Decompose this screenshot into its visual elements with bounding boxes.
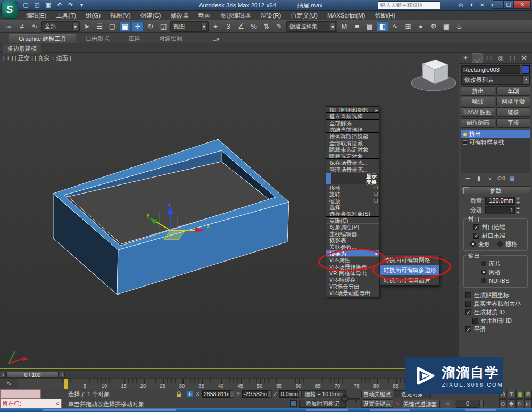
new-file-icon[interactable]: ▢	[21, 1, 30, 9]
quad-menu-item[interactable]: 冻结当前选择	[326, 127, 379, 133]
modifier-button[interactable]: 镜像	[496, 107, 531, 117]
modifier-button[interactable]: UVW 贴图	[461, 107, 495, 117]
menu-item[interactable]: 创建(C)	[135, 11, 165, 20]
close-button[interactable]: ✕	[514, 0, 531, 9]
create-tab-icon[interactable]: ✶	[460, 53, 471, 63]
quad-menu-item[interactable]: 摄影表...	[326, 237, 379, 243]
menu-item[interactable]: MAXScript(M)	[322, 11, 370, 20]
snap-toggle-icon[interactable]: 3	[222, 21, 234, 32]
show-end-result-icon[interactable]: ▮	[475, 175, 483, 182]
menu-item[interactable]: 帮助(H)	[370, 11, 400, 20]
taskbar-item[interactable]	[43, 409, 176, 411]
output-radio[interactable]: 网格	[465, 268, 526, 276]
modify-tab-icon[interactable]: ◡	[472, 53, 483, 63]
option-checkbox-row[interactable]: 平滑	[463, 325, 528, 333]
object-name-field[interactable]: Rectangle003	[461, 65, 520, 74]
ribbon-tab[interactable]: 对象绘制	[149, 34, 192, 43]
quad-menu-item[interactable]: VR场景动画导出	[326, 290, 379, 296]
viewport-label[interactable]: [ + ] [ 正交 ] [ 真实 + 边面 ]	[3, 54, 71, 62]
set-key-button[interactable]: 设置关键点	[361, 399, 393, 408]
radio-button[interactable]	[481, 278, 486, 283]
y-spinner[interactable]	[268, 390, 272, 398]
mini-curve-editor-button[interactable]: ∿	[0, 379, 18, 389]
angle-snap-icon[interactable]: ∠	[235, 21, 247, 32]
named-sets-dropdown[interactable]: 创建选择集	[286, 21, 337, 32]
viewport[interactable]: [ + ] [ 正交 ] [ 真实 + 边面 ] x y z	[0, 53, 459, 371]
z-coordinate-field[interactable]: 0.0mm	[279, 390, 298, 398]
auto-key-button[interactable]: 自动关键点	[361, 390, 393, 398]
quick-access-more-icon[interactable]: ▾	[77, 1, 86, 9]
taskbar-item[interactable]	[370, 409, 410, 411]
ribbon-tab[interactable]: Graphite 建模工具	[9, 34, 76, 43]
set-key-icon[interactable]	[340, 392, 361, 406]
checkbox[interactable]	[473, 224, 479, 230]
material-editor-icon[interactable]: ●	[415, 21, 427, 32]
save-file-icon[interactable]: ▣	[44, 1, 53, 9]
mirror-icon[interactable]: M	[338, 21, 350, 32]
modifier-list-dropdown[interactable]: 修改器列表 ▼	[461, 75, 530, 85]
modifier-button[interactable]: 车削	[496, 86, 531, 96]
x-coordinate-field[interactable]: 2658.811mm	[202, 390, 230, 398]
edit-named-sets-icon[interactable]: ✎	[273, 21, 285, 32]
quad-menu-item[interactable]: 全部解冻	[326, 120, 379, 127]
curve-editor-icon[interactable]: ∿	[389, 21, 401, 32]
bind-to-space-warp-icon[interactable]: ∿	[29, 21, 40, 32]
taskbar-item[interactable]	[306, 409, 348, 411]
configure-modifier-sets-icon[interactable]: ▦	[508, 175, 517, 182]
checkbox[interactable]	[466, 301, 471, 307]
quad-menu-item[interactable]: VR-帧缓存	[326, 276, 379, 283]
reference-coordinate-dropdown[interactable]: 视图	[170, 21, 209, 32]
key-filters-button[interactable]: 关键点过滤器...	[403, 400, 440, 408]
redo-icon[interactable]: ↷	[66, 1, 75, 9]
segments-spinner[interactable]	[516, 206, 520, 214]
segments-field[interactable]: 1	[485, 206, 515, 214]
select-scale-icon[interactable]: ◱	[157, 21, 169, 32]
modifier-button[interactable]: 噪波	[461, 97, 495, 106]
quad-menu-item[interactable]: 克隆(C)	[326, 217, 379, 224]
menu-item[interactable]: 修改器	[165, 11, 194, 20]
menu-item[interactable]: 渲染(R)	[255, 11, 286, 20]
modifier-stack-item[interactable]: 可编辑样条线	[461, 138, 530, 146]
motion-tab-icon[interactable]: ◎	[495, 53, 506, 63]
ribbon-tab[interactable]: 选择	[119, 34, 149, 43]
select-move-icon[interactable]: ✛	[132, 21, 144, 32]
render-icon[interactable]: ♨	[453, 21, 465, 32]
option-checkbox-row[interactable]: 使用图形 ID	[463, 316, 528, 325]
checkbox[interactable]	[466, 292, 471, 298]
dropdown-arrow-icon[interactable]	[72, 23, 78, 30]
radio-button[interactable]	[497, 241, 503, 247]
modifier-button[interactable]: 挤出	[461, 86, 495, 96]
layer-manager-icon[interactable]: ▤	[364, 21, 376, 32]
select-and-link-icon[interactable]: ∞	[3, 21, 15, 32]
object-color-swatch[interactable]	[522, 65, 530, 74]
select-by-name-icon[interactable]: ☰	[94, 21, 105, 32]
quad-menu-item[interactable]: 旋转	[326, 191, 379, 197]
maxscript-macro-recorder[interactable]	[0, 389, 41, 399]
option-checkbox-row[interactable]: 生成材质 ID	[463, 308, 528, 316]
quad-menu-item[interactable]: 隐藏未选定对象	[326, 146, 379, 153]
previous-frame-button[interactable]: ‹	[1, 372, 6, 378]
checkbox[interactable]	[466, 326, 471, 332]
modifier-button[interactable]: 网格平滑	[496, 97, 531, 106]
selection-lock-icon[interactable]	[176, 391, 182, 398]
quad-menu-item[interactable]: 隐藏选定对象	[326, 153, 379, 159]
menu-item[interactable]: 图形编辑器	[215, 11, 256, 20]
render-setup-icon[interactable]: ⚙	[428, 21, 439, 32]
os-taskbar[interactable]	[0, 408, 532, 412]
option-checkbox-row[interactable]: 真实世界贴图大小	[463, 299, 528, 308]
quad-menu-item[interactable]: 曲线编辑器...	[326, 231, 379, 237]
unlink-selection-icon[interactable]: ≠	[16, 21, 28, 32]
menu-item[interactable]: 视图(V)	[105, 11, 135, 20]
communication-icon[interactable]: ✕	[478, 1, 486, 9]
menu-item[interactable]: 自定义(U)	[286, 11, 322, 20]
schematic-view-icon[interactable]: ⊞	[402, 21, 414, 32]
selection-region-icon[interactable]: ▢	[106, 21, 118, 32]
percent-snap-icon[interactable]: %	[248, 21, 260, 32]
y-coordinate-field[interactable]: -29.532mm	[242, 390, 268, 398]
track-bar[interactable]: ∿ 05101520253035404550556065707580859095…	[0, 378, 459, 389]
pan-icon[interactable]: ✥	[508, 399, 516, 408]
checkbox[interactable]	[473, 233, 479, 239]
time-marker[interactable]	[64, 379, 68, 389]
make-unique-icon[interactable]: ∨	[486, 175, 494, 182]
hierarchy-tab-icon[interactable]: ⊟	[484, 53, 494, 63]
